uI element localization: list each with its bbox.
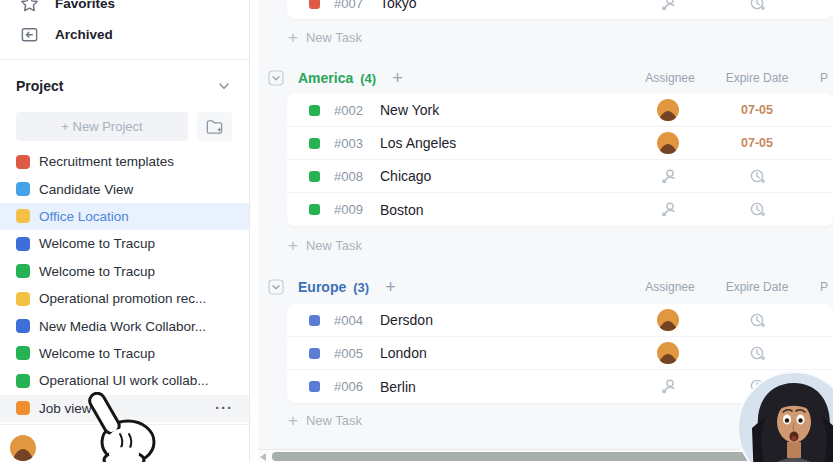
set-expire-date-button[interactable] (725, 345, 789, 362)
assignee-avatar[interactable] (645, 342, 691, 364)
project-item[interactable]: Operational UI work collab... (0, 367, 249, 394)
person-add-icon (660, 168, 677, 185)
task-row[interactable]: #007 Tokyo (287, 0, 833, 19)
task-title: Boston (380, 202, 424, 218)
task-title: London (380, 345, 427, 361)
column-header-assignee: Assignee (630, 71, 710, 85)
project-color-icon (16, 401, 30, 415)
more-options-icon[interactable]: ··· (215, 399, 233, 416)
project-item[interactable]: Welcome to Tracup (0, 340, 249, 367)
project-name: Welcome to Tracup (39, 346, 155, 361)
column-header-assignee: Assignee (630, 280, 710, 294)
new-task-button[interactable]: + New Task (288, 28, 362, 46)
clock-add-icon (749, 345, 766, 362)
new-task-button[interactable]: + New Task (288, 236, 362, 254)
new-task-label: New Task (306, 413, 362, 428)
assignee-avatar[interactable] (645, 309, 691, 331)
group-name[interactable]: America (298, 70, 353, 86)
new-task-label: New Task (306, 238, 362, 253)
assignee-avatar[interactable] (645, 132, 691, 154)
avatar-icon (657, 132, 679, 154)
collapse-group-icon[interactable] (268, 279, 284, 295)
task-id: #007 (334, 0, 378, 11)
task-title: Dersdon (380, 312, 433, 328)
add-task-icon[interactable]: + (392, 69, 403, 87)
project-color-icon (16, 155, 30, 169)
assign-user-button[interactable] (645, 0, 691, 12)
assign-user-button[interactable] (645, 378, 691, 395)
scroll-left-arrow-icon[interactable] (260, 453, 266, 461)
task-title: Tokyo (380, 0, 417, 11)
clock-add-icon (749, 312, 766, 329)
project-item[interactable]: Welcome to Tracup (0, 258, 249, 285)
column-header-priority: P (820, 280, 833, 294)
status-square-icon (309, 348, 320, 359)
set-expire-date-button[interactable] (725, 201, 789, 218)
project-color-icon (16, 319, 30, 333)
group-count: (4) (360, 71, 376, 86)
task-row[interactable]: #008 Chicago (287, 160, 833, 193)
project-item-selected[interactable]: Office Location (0, 203, 249, 230)
status-square-icon (309, 138, 320, 149)
project-color-icon (16, 346, 30, 360)
project-name: Welcome to Tracup (39, 236, 155, 251)
new-project-button[interactable]: + New Project (16, 112, 188, 141)
group-header-europe: Europe (3) + Assignee Expire Date P (258, 276, 833, 298)
new-task-button[interactable]: + New Task (288, 411, 362, 429)
project-item[interactable]: New Media Work Collabor... (0, 312, 249, 339)
plus-icon: + (288, 237, 298, 254)
sidebar-item-label: Favorites (55, 0, 115, 11)
project-item[interactable]: Welcome to Tracup (0, 230, 249, 257)
project-item[interactable]: Candidate View (0, 175, 249, 202)
group-name[interactable]: Europe (298, 279, 346, 295)
project-section-header[interactable]: Project (0, 74, 249, 98)
column-header-expire-date: Expire Date (717, 71, 797, 85)
status-square-icon (309, 0, 320, 9)
project-name: Candidate View (39, 182, 133, 197)
project-name: Recruitment templates (39, 154, 174, 169)
project-item[interactable]: Recruitment templates (0, 148, 249, 175)
set-expire-date-button[interactable] (725, 0, 789, 12)
assign-user-button[interactable] (645, 201, 691, 218)
project-color-icon (16, 237, 30, 251)
assignee-avatar[interactable] (645, 99, 691, 121)
status-square-icon (309, 105, 320, 116)
task-id: #003 (334, 136, 378, 151)
status-square-icon (309, 171, 320, 182)
user-avatar[interactable] (10, 435, 36, 461)
project-color-icon (16, 182, 30, 196)
task-row[interactable]: #009 Boston (287, 193, 833, 226)
create-folder-button[interactable] (197, 112, 232, 141)
project-name: Office Location (39, 209, 129, 224)
sidebar-divider (0, 59, 249, 60)
add-task-icon[interactable]: + (385, 278, 396, 296)
avatar-icon (657, 309, 679, 331)
task-row[interactable]: #005 London (287, 337, 833, 370)
assign-user-button[interactable] (645, 168, 691, 185)
task-id: #009 (334, 202, 378, 217)
task-title: Los Angeles (380, 135, 456, 151)
chevron-down-icon[interactable] (217, 79, 231, 93)
task-group-card-america: #002 New York 07-05 #003 Los Angeles 07-… (287, 94, 833, 226)
task-row[interactable]: #004 Dersdon (287, 304, 833, 337)
expire-date-value[interactable]: 07-05 (725, 103, 789, 117)
person-add-icon (660, 201, 677, 218)
set-expire-date-button[interactable] (725, 312, 789, 329)
sidebar: Favorites Archived Project + New Project… (0, 0, 250, 462)
column-header-priority: P (820, 71, 833, 85)
sidebar-item-label: Archived (55, 27, 113, 42)
sidebar-item-favorites[interactable]: Favorites (0, 0, 249, 17)
project-name: Operational promotion rec... (39, 291, 206, 306)
task-id: #004 (334, 313, 378, 328)
status-square-icon (309, 204, 320, 215)
project-item[interactable]: Operational promotion rec... (0, 285, 249, 312)
project-name: Operational UI work collab... (39, 373, 209, 388)
task-row[interactable]: #003 Los Angeles 07-05 (287, 127, 833, 160)
expire-date-value[interactable]: 07-05 (725, 136, 789, 150)
collapse-group-icon[interactable] (268, 70, 284, 86)
avatar-icon (10, 435, 36, 461)
sidebar-item-archived[interactable]: Archived (0, 20, 249, 48)
project-item-job-view[interactable]: Job view ··· (0, 395, 249, 422)
set-expire-date-button[interactable] (725, 168, 789, 185)
task-row[interactable]: #002 New York 07-05 (287, 94, 833, 127)
